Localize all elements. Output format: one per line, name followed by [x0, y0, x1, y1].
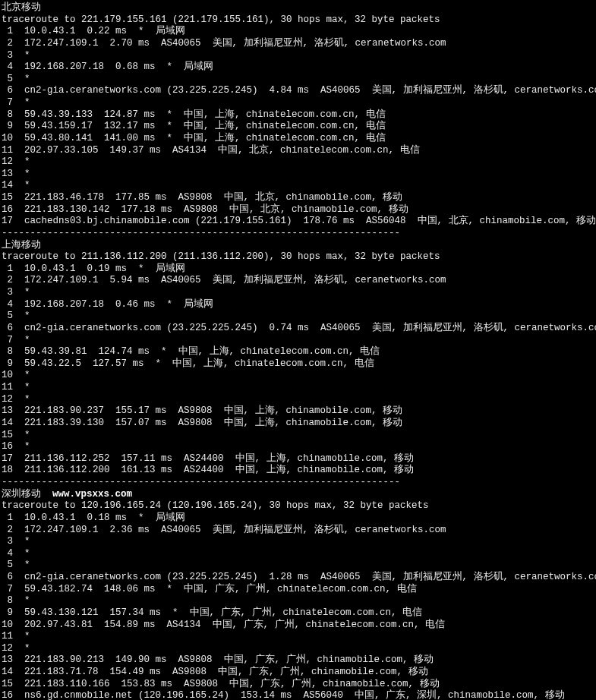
hop-line: 2 172.247.109.1 2.36 ms AS40065 美国, 加利福尼… — [2, 525, 594, 537]
hop-line: 17 cachedns03.bj.chinamobile.com (221.17… — [2, 216, 594, 228]
hop-line: 8 59.43.39.133 124.87 ms * 中国, 上海, china… — [2, 109, 594, 121]
hop-line: 5 * — [2, 74, 594, 86]
hop-line: 11 * — [2, 382, 594, 394]
hop-line: 4 192.168.207.18 0.46 ms * 局域网 — [2, 299, 594, 311]
hop-line: 2 172.247.109.1 2.70 ms AS40065 美国, 加利福尼… — [2, 38, 594, 50]
hop-line: 5 * — [2, 560, 594, 572]
hop-line: 13 221.183.90.237 155.17 ms AS9808 中国, 上… — [2, 405, 594, 418]
hop-line: 12 * — [2, 156, 594, 169]
hop-line: 9 59.43.130.121 157.34 ms * 中国, 广东, 广州, … — [2, 607, 594, 620]
hop-line: 7 * — [2, 335, 594, 347]
hop-line: 10 59.43.80.141 141.00 ms * 中国, 上海, chin… — [2, 133, 594, 145]
watermark-text: www.vpsxxs.com — [41, 489, 132, 500]
hop-line: 16 * — [2, 441, 594, 453]
hop-line: 1 10.0.43.1 0.18 ms * 局域网 — [2, 512, 594, 525]
title-text: 深圳移动 — [2, 489, 41, 500]
hop-line: 11 * — [2, 631, 594, 643]
traceroute-header: traceroute to 221.179.155.161 (221.179.1… — [2, 14, 594, 27]
dash-separator: ----------------------------------------… — [2, 228, 594, 240]
hop-line: 16 ns6.gd.cnmobile.net (120.196.165.24) … — [2, 690, 594, 700]
hop-line: 6 cn2-gia.ceranetworks.com (23.225.225.2… — [2, 85, 594, 97]
title-text: 北京移动 — [2, 2, 41, 13]
hop-line: 15 221.183.110.166 153.83 ms AS9808 中国, … — [2, 679, 594, 691]
hop-line: 12 * — [2, 394, 594, 406]
hop-line: 5 * — [2, 311, 594, 323]
hop-line: 9 59.43.159.17 132.17 ms * 中国, 上海, china… — [2, 121, 594, 133]
hop-line: 7 * — [2, 97, 594, 109]
hop-line: 4 * — [2, 548, 594, 560]
traceroute-header: traceroute to 120.196.165.24 (120.196.16… — [2, 500, 594, 512]
hop-line: 17 211.136.112.252 157.11 ms AS24400 中国,… — [2, 453, 594, 465]
hop-line: 1 10.0.43.1 0.22 ms * 局域网 — [2, 26, 594, 38]
hop-line: 14 221.183.71.78 154.49 ms AS9808 中国, 广东… — [2, 667, 594, 679]
hop-line: 10 202.97.43.81 154.89 ms AS4134 中国, 广东,… — [2, 620, 594, 632]
hop-line: 14 * — [2, 180, 594, 192]
dash-separator: ----------------------------------------… — [2, 477, 594, 489]
hop-line: 8 59.43.39.81 124.74 ms * 中国, 上海, chinat… — [2, 346, 594, 358]
hop-line: 10 * — [2, 370, 594, 382]
block-title: 深圳移动 www.vpsxxs.com — [2, 489, 594, 501]
hop-line: 15 * — [2, 430, 594, 442]
hop-line: 3 * — [2, 50, 594, 62]
title-text: 上海移动 — [2, 240, 41, 251]
hop-line: 3 * — [2, 287, 594, 299]
hop-line: 6 cn2-gia.ceranetworks.com (23.225.225.2… — [2, 572, 594, 584]
hop-line: 15 221.183.46.178 177.85 ms AS9808 中国, 北… — [2, 192, 594, 204]
hop-line: 14 221.183.39.130 157.07 ms AS9808 中国, 上… — [2, 418, 594, 430]
hop-line: 18 211.136.112.200 161.13 ms AS24400 中国,… — [2, 465, 594, 477]
hop-line: 13 * — [2, 169, 594, 181]
hop-line: 9 59.43.22.5 127.57 ms * 中国, 上海, chinate… — [2, 358, 594, 370]
hop-line: 4 192.168.207.18 0.68 ms * 局域网 — [2, 61, 594, 74]
hop-line: 8 * — [2, 595, 594, 607]
hop-line: 12 * — [2, 643, 594, 655]
hop-line: 2 172.247.109.1 5.94 ms AS40065 美国, 加利福尼… — [2, 275, 594, 287]
hop-line: 6 cn2-gia.ceranetworks.com (23.225.225.2… — [2, 323, 594, 335]
hop-line: 11 202.97.33.105 149.37 ms AS4134 中国, 北京… — [2, 145, 594, 157]
hop-line: 13 221.183.90.213 149.90 ms AS9808 中国, 广… — [2, 654, 594, 667]
block-title: 上海移动 — [2, 240, 594, 252]
hop-line: 1 10.0.43.1 0.19 ms * 局域网 — [2, 263, 594, 276]
hop-line: 16 221.183.130.142 177.18 ms AS9808 中国, … — [2, 204, 594, 216]
terminal-output: 北京移动traceroute to 221.179.155.161 (221.1… — [0, 0, 596, 700]
hop-line: 7 59.43.182.74 148.06 ms * 中国, 广东, 广州, c… — [2, 584, 594, 596]
block-title: 北京移动 — [2, 2, 594, 14]
traceroute-header: traceroute to 211.136.112.200 (211.136.1… — [2, 251, 594, 263]
hop-line: 3 * — [2, 536, 594, 548]
